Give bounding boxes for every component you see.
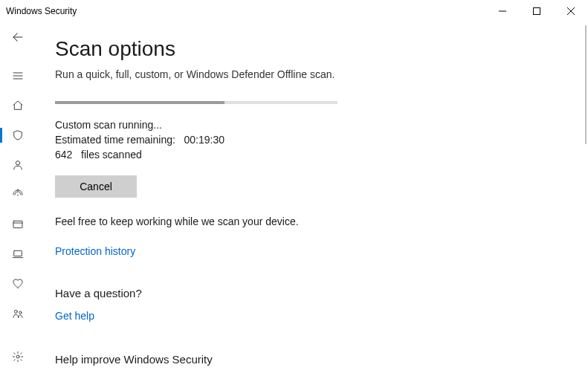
gear-icon [12,351,24,363]
back-arrow-icon [11,30,25,44]
minimize-button[interactable] [485,0,520,22]
nav-home[interactable] [0,91,36,120]
scan-eta: Estimated time remaining: 00:19:30 [55,132,579,147]
close-button[interactable] [554,0,588,22]
family-icon [12,308,24,320]
scan-eta-label: Estimated time remaining: [55,134,175,146]
firewall-icon [12,189,24,201]
account-icon [12,159,24,171]
nav-account[interactable] [0,150,36,180]
svg-point-17 [16,355,19,358]
scrollbar-thumb[interactable] [585,25,587,144]
content-area: Scan options Run a quick, full, custom, … [55,37,579,376]
shield-icon [12,129,24,141]
svg-rect-11 [13,221,22,227]
scan-progress-bar [55,101,337,104]
home-icon [12,100,24,111]
svg-rect-13 [14,250,22,256]
get-help-link[interactable]: Get help [55,310,94,322]
svg-point-15 [14,310,17,313]
scan-eta-value: 00:19:30 [184,134,225,146]
window-title: Windows Security [6,6,77,16]
question-heading: Have a question? [55,287,579,299]
svg-point-8 [16,161,19,165]
menu-icon [12,70,24,82]
nav-app-browser[interactable] [0,210,36,239]
heart-icon [12,278,24,290]
scan-files-label: files scanned [81,149,142,161]
scan-files-count: 642 [55,149,72,161]
left-nav [0,22,36,376]
device-icon [12,248,24,260]
nav-device-security[interactable] [0,239,36,269]
maximize-button[interactable] [520,0,554,22]
improve-heading: Help improve Windows Security [55,353,579,366]
app-browser-icon [12,218,24,230]
page-subtitle: Run a quick, full, custom, or Windows De… [55,68,579,80]
scan-status: Custom scan running... [55,117,579,132]
scan-files: 642 files scanned [55,147,579,162]
window-controls [485,0,588,22]
nav-firewall[interactable] [0,180,36,210]
page-title: Scan options [55,37,579,61]
cancel-button[interactable]: Cancel [55,175,137,198]
scan-note: Feel free to keep working while we scan … [55,215,579,227]
nav-list [0,61,36,328]
svg-rect-1 [534,8,540,15]
protection-history-link[interactable]: Protection history [55,245,135,257]
nav-family[interactable] [0,299,36,328]
nav-settings[interactable] [0,342,36,372]
nav-menu[interactable] [0,61,36,91]
nav-virus-threat[interactable] [0,120,36,150]
back-button[interactable] [0,22,36,52]
svg-point-16 [19,311,22,314]
nav-device-health[interactable] [0,269,36,299]
